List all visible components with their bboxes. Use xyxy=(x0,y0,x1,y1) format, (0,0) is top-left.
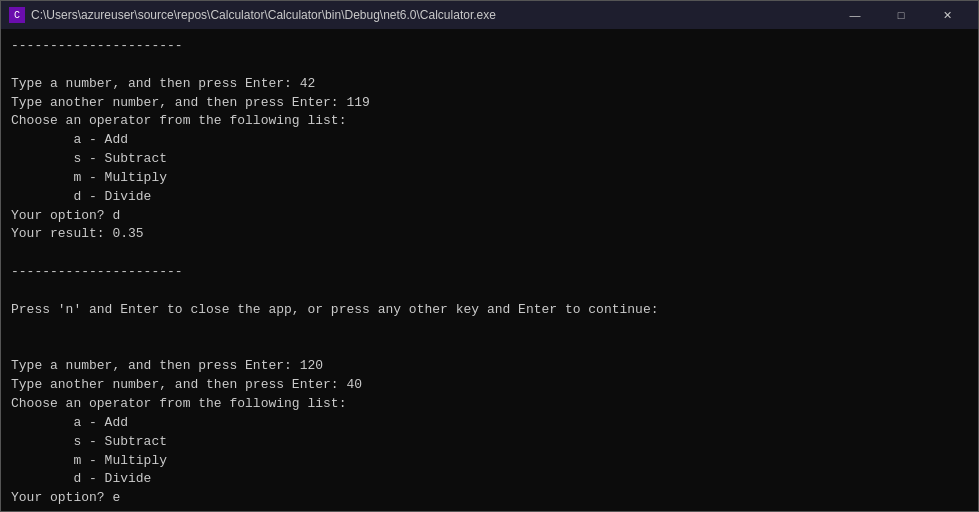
window: C C:\Users\azureuser\source\repos\Calcul… xyxy=(0,0,979,512)
maximize-button[interactable]: □ xyxy=(878,1,924,29)
minimize-button[interactable]: — xyxy=(832,1,878,29)
title-bar: C C:\Users\azureuser\source\repos\Calcul… xyxy=(1,1,978,29)
app-icon: C xyxy=(9,7,25,23)
title-bar-text: C:\Users\azureuser\source\repos\Calculat… xyxy=(31,8,824,22)
close-button[interactable]: ✕ xyxy=(924,1,970,29)
title-bar-controls: — □ ✕ xyxy=(832,1,970,29)
terminal-output[interactable]: ---------------------- Type a number, an… xyxy=(1,29,978,511)
